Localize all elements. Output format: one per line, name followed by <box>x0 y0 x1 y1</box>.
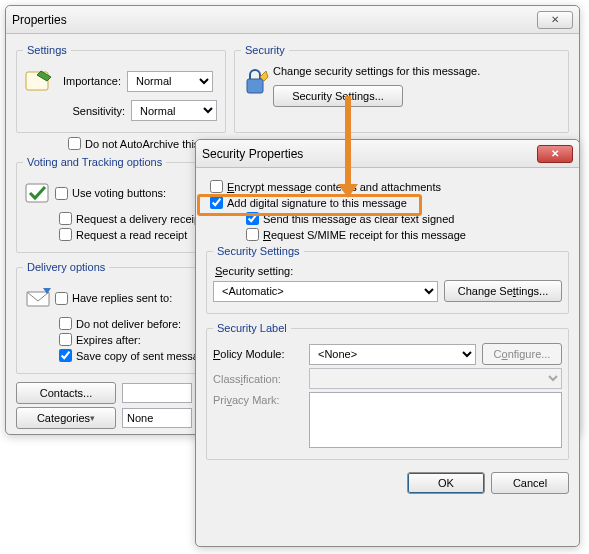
delivery-receipt-label: Request a delivery receipt <box>76 213 203 225</box>
security-label-legend: Security Label <box>213 322 291 334</box>
ok-button[interactable]: OK <box>407 472 485 494</box>
properties-close-button[interactable]: ✕ <box>537 11 573 29</box>
security-setting-select[interactable]: <Automatic> <box>213 281 438 302</box>
security-group: Security Change security settings for th… <box>234 44 569 133</box>
delivery-icon <box>23 282 55 314</box>
security-properties-client: EEncrypt message contents and attachment… <box>196 168 579 507</box>
policy-module-label: Policy Module:Policy Module: <box>213 348 303 360</box>
digital-signature-label: Add digital signature to this message <box>227 197 407 209</box>
importance-select[interactable]: Normal <box>127 71 213 92</box>
have-replies-checkbox[interactable] <box>55 292 68 305</box>
settings-legend: Settings <box>23 44 71 56</box>
voting-tracking-legend: Voting and Tracking options <box>23 156 166 168</box>
categories-input[interactable] <box>122 408 192 428</box>
encrypt-label: EEncrypt message contents and attachment… <box>227 181 441 193</box>
smime-receipt-checkbox[interactable] <box>246 228 259 241</box>
contacts-input[interactable] <box>122 383 192 403</box>
security-properties-window: Security Properties ✕ EEncrypt message c… <box>195 139 580 547</box>
cancel-button[interactable]: Cancel <box>491 472 569 494</box>
delivery-receipt-checkbox[interactable] <box>59 212 72 225</box>
digital-signature-checkbox[interactable] <box>210 196 223 209</box>
read-receipt-label: Request a read receipt <box>76 229 187 241</box>
expires-after-label: Expires after: <box>76 334 141 346</box>
encrypt-checkbox[interactable] <box>210 180 223 193</box>
delivery-options-legend: Delivery options <box>23 261 109 273</box>
read-receipt-checkbox[interactable] <box>59 228 72 241</box>
svg-rect-1 <box>247 79 263 93</box>
security-settings-legend: Security Settings <box>213 245 304 257</box>
expires-after-checkbox[interactable] <box>59 333 72 346</box>
cleartext-label: Send this message as clear text signed <box>263 213 454 225</box>
close-icon: ✕ <box>551 14 559 25</box>
use-voting-checkbox[interactable] <box>55 187 68 200</box>
cleartext-checkbox[interactable] <box>246 212 259 225</box>
change-settings-button[interactable]: Change Settings...Change Settings... <box>444 280 562 302</box>
not-before-checkbox[interactable] <box>59 317 72 330</box>
note-icon <box>23 65 55 97</box>
smime-receipt-label: Request S/MIME receipt for this messageR… <box>263 229 466 241</box>
classification-select[interactable] <box>309 368 562 389</box>
security-properties-title: Security Properties <box>202 147 533 161</box>
categories-button[interactable]: Categories <box>16 407 116 429</box>
importance-label: Importance: <box>55 75 127 87</box>
use-voting-label: Use voting buttons: <box>72 187 166 199</box>
vote-icon <box>23 177 55 209</box>
not-before-label: Do not deliver before: <box>76 318 181 330</box>
configure-button[interactable]: Configure...Configure... <box>482 343 562 365</box>
have-replies-label: Have replies sent to: <box>72 292 172 304</box>
properties-title: Properties <box>12 13 533 27</box>
classification-label: Classification:Classification: <box>213 373 303 385</box>
security-description: Change security settings for this messag… <box>273 65 562 77</box>
privacy-mark-textarea[interactable] <box>309 392 562 448</box>
sensitivity-label: Sensitivity: <box>59 105 131 117</box>
settings-group: Settings Importance: Normal Sensitivity:… <box>16 44 226 133</box>
contacts-button[interactable]: Contacts... <box>16 382 116 404</box>
security-settings-button[interactable]: Security Settings... <box>273 85 403 107</box>
security-setting-label: Security setting:Security setting: <box>215 265 562 277</box>
svg-rect-2 <box>26 184 48 202</box>
save-copy-checkbox[interactable] <box>59 349 72 362</box>
security-label-group: Security Label Policy Module:Policy Modu… <box>206 322 569 460</box>
sensitivity-select[interactable]: Normal <box>131 100 217 121</box>
security-properties-titlebar: Security Properties ✕ <box>196 140 579 168</box>
close-icon: ✕ <box>551 148 559 159</box>
lock-icon <box>241 65 273 97</box>
properties-titlebar: Properties ✕ <box>6 6 579 34</box>
security-legend: Security <box>241 44 289 56</box>
policy-module-select[interactable]: <None> <box>309 344 476 365</box>
security-properties-close-button[interactable]: ✕ <box>537 145 573 163</box>
security-settings-group: Security Settings Security setting:Secur… <box>206 245 569 314</box>
autoarchive-checkbox[interactable] <box>68 137 81 150</box>
privacy-mark-label: Privacy Mark:Privacy Mark: <box>213 392 303 406</box>
